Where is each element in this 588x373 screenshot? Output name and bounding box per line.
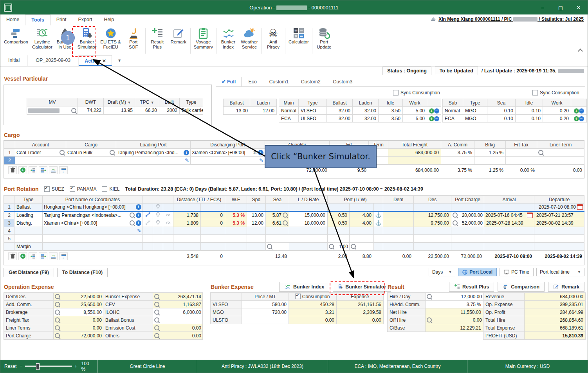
pr-margin-port-i-cell[interactable]: 1.00 bbox=[328, 243, 350, 250]
get-distance-button[interactable]: Get Distance (F9) bbox=[4, 268, 54, 277]
pr-port-w-value[interactable]: 4.00 bbox=[350, 219, 374, 227]
pr-dist-eca-value[interactable]: 0 bbox=[201, 211, 225, 219]
vessel-statistics-link[interactable]: XIn Meng Xiang 0000001111 / PIC / Statis… bbox=[430, 16, 584, 22]
cargo-discharging-port-cell[interactable]: ✎ bbox=[191, 157, 265, 164]
chevron-down-icon[interactable]: ▼ bbox=[151, 101, 154, 105]
cargo-account-cell[interactable]: Coal Trader bbox=[15, 149, 66, 157]
toolbar-weather-service-button[interactable]: WeatherService bbox=[239, 27, 260, 50]
vessel-name-cell[interactable] bbox=[27, 106, 78, 115]
search-icon[interactable] bbox=[154, 317, 159, 323]
toolbar-calculator-button[interactable]: +−×= Calculator bbox=[287, 27, 311, 45]
currency-status[interactable]: Main Currency : USD bbox=[467, 360, 588, 373]
sub-eca-type[interactable]: MGO bbox=[463, 115, 487, 123]
comparison-button[interactable]: Comparison bbox=[498, 282, 545, 292]
pr-speed-cell[interactable] bbox=[163, 219, 173, 227]
pr-ld-rate-value[interactable]: 18,000.00 bbox=[289, 219, 328, 227]
toolbar-remark-button[interactable]: Remark bbox=[168, 27, 189, 45]
cargo-account-cell[interactable] bbox=[15, 157, 66, 164]
calendar-icon[interactable] bbox=[577, 204, 583, 210]
search-icon[interactable] bbox=[154, 333, 159, 338]
map-pin-icon[interactable] bbox=[156, 212, 160, 217]
insert-row-below-icon[interactable]: + bbox=[39, 166, 47, 174]
insert-row-above-icon[interactable]: + bbox=[29, 166, 37, 174]
collapse-ribbon-chevron-icon[interactable] bbox=[579, 48, 582, 52]
be-price-vlsfo[interactable]: 580.00 bbox=[242, 301, 289, 308]
vessel-draft-value[interactable]: 13.95 bbox=[104, 106, 135, 115]
pr-margin-port-w-cell[interactable] bbox=[350, 243, 374, 250]
main-eca-laden[interactable]: 32.00 bbox=[353, 115, 379, 123]
edit-pencil-icon[interactable]: ✎ bbox=[185, 157, 189, 163]
map-pin-icon[interactable] bbox=[156, 204, 160, 209]
toolbar-voyage-summary-button[interactable]: VoyageSummary bbox=[192, 27, 215, 50]
vessel-tpc-value[interactable]: 66.20 bbox=[135, 106, 159, 115]
speed-ballast-value[interactable]: 13.00 bbox=[224, 107, 250, 115]
search-icon[interactable] bbox=[427, 317, 432, 323]
chevron-down-icon[interactable]: ▼ bbox=[127, 101, 131, 105]
pr-margin-sea-cell[interactable] bbox=[266, 243, 289, 250]
result-value-off-hire[interactable]: 0.00 bbox=[426, 316, 483, 324]
calendar-icon[interactable] bbox=[527, 213, 533, 218]
insert-row-above-icon[interactable]: + bbox=[29, 252, 37, 260]
pr-type-cell[interactable] bbox=[14, 227, 43, 235]
pr-departure-cell[interactable]: 2025-07-10 08:00 bbox=[534, 204, 584, 211]
gauge-icon[interactable] bbox=[166, 213, 171, 217]
pr-ld-rate-value[interactable]: 15,000.00 bbox=[289, 211, 328, 219]
eca-status[interactable]: ECA : IMO, Mediterranean, Each Country bbox=[328, 360, 467, 373]
delete-row-icon[interactable] bbox=[8, 166, 17, 174]
pr-type-cell[interactable] bbox=[14, 235, 43, 243]
search-icon[interactable] bbox=[283, 213, 288, 218]
sub-normal-sea[interactable]: 0.10 bbox=[487, 107, 516, 115]
cargo-a-comm-value[interactable]: 3.75 % bbox=[441, 149, 474, 157]
search-icon[interactable] bbox=[154, 325, 159, 330]
pr-departure-value[interactable]: 2025-08-02 14:39 bbox=[534, 219, 584, 227]
main-normal-laden[interactable]: 32.00 bbox=[353, 107, 379, 115]
pr-port-i-value[interactable]: 0.50 bbox=[328, 219, 350, 227]
search-icon[interactable] bbox=[453, 220, 458, 225]
cargo-cargo-cell[interactable]: Coal in Bulk bbox=[66, 149, 116, 157]
tab-custom1[interactable]: Custom1 bbox=[263, 77, 294, 86]
route-icon[interactable] bbox=[146, 220, 150, 225]
cargo-cargo-cell[interactable] bbox=[66, 157, 116, 164]
sub-eca-sea[interactable]: 0.10 bbox=[487, 115, 516, 123]
search-icon[interactable] bbox=[329, 244, 334, 249]
cargo-brkg-value[interactable]: 1.25 % bbox=[474, 149, 506, 157]
add-row-icon[interactable]: + bbox=[574, 116, 579, 121]
canal-kiel-checkbox[interactable]: KIEL bbox=[102, 186, 119, 192]
menu-home[interactable]: Home bbox=[0, 14, 25, 25]
add-row-icon[interactable]: + bbox=[18, 166, 27, 174]
opex-value-brokerage[interactable]: 8,550.00 bbox=[54, 308, 103, 316]
result-value-hadd-comm[interactable]: 3.75 % bbox=[426, 301, 483, 308]
pr-type-cell[interactable]: Ballast bbox=[14, 204, 43, 211]
zoom-slider-handle[interactable] bbox=[36, 363, 40, 370]
toolbar-result-plus-button[interactable]: ResultPlus bbox=[147, 27, 168, 50]
pr-type-cell[interactable]: Dischg. bbox=[14, 219, 43, 227]
main-normal-ballast[interactable]: 32.00 bbox=[327, 107, 353, 115]
pr-route-cell[interactable] bbox=[143, 211, 153, 219]
menu-tools[interactable]: Tools bbox=[25, 14, 50, 25]
cargo-brkg-cell[interactable] bbox=[474, 157, 506, 164]
pr-dist-ttl-value[interactable]: 1,738 bbox=[173, 211, 201, 219]
result-value-hire-day[interactable]: 12,000.00 bbox=[426, 293, 483, 301]
search-icon[interactable] bbox=[538, 150, 543, 155]
add-row-icon[interactable]: + bbox=[429, 116, 434, 121]
main-normal-work[interactable]: 5.00 bbox=[403, 107, 427, 115]
time-basis-dropdown[interactable]: Port local time▼ bbox=[536, 268, 584, 276]
pr-pin-cell[interactable] bbox=[153, 211, 163, 219]
remove-row-icon[interactable]: − bbox=[579, 108, 584, 114]
main-normal-type[interactable]: VLSFO bbox=[299, 107, 327, 115]
pc-time-toggle[interactable]: PC Time bbox=[500, 268, 534, 276]
checkbox-icon[interactable] bbox=[295, 294, 301, 299]
cargo-liner-term-cell[interactable] bbox=[537, 149, 584, 157]
zoom-out-icon[interactable]: − bbox=[20, 363, 23, 369]
tab-full[interactable]: ✔ Full bbox=[216, 77, 242, 86]
add-row-icon[interactable]: + bbox=[18, 252, 27, 260]
search-icon[interactable] bbox=[55, 302, 60, 307]
canal-suez-checkbox[interactable]: SUEZ bbox=[44, 186, 64, 192]
search-icon[interactable] bbox=[283, 220, 288, 225]
toolbar-anti-piracy-button[interactable]: ☠ AntiPiracy bbox=[263, 27, 284, 50]
cargo-a-comm-cell[interactable] bbox=[441, 157, 474, 164]
result-plus-button[interactable]: Result Plus bbox=[449, 282, 494, 292]
remove-row-icon[interactable]: − bbox=[434, 116, 439, 121]
map-pin-icon[interactable] bbox=[156, 220, 160, 225]
search-icon[interactable] bbox=[55, 294, 60, 299]
